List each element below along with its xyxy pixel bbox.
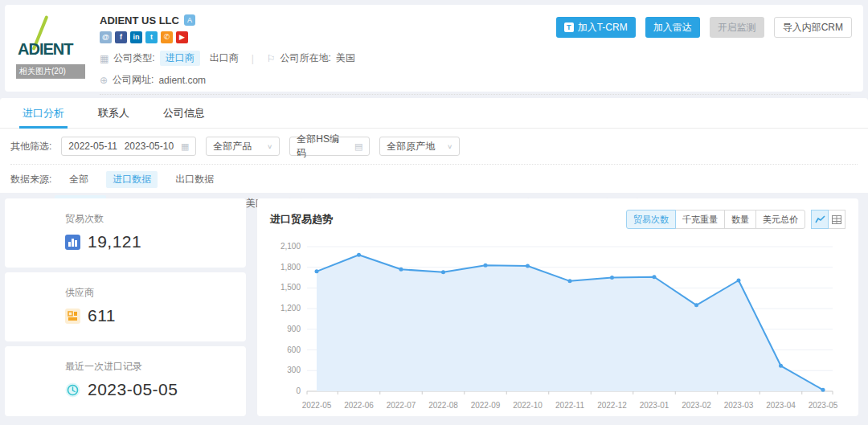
line-chart-icon bbox=[815, 215, 825, 224]
line-chart-view-button[interactable] bbox=[811, 210, 829, 229]
header-divider bbox=[100, 94, 850, 95]
start-monitoring-button[interactable]: 开启监测 bbox=[710, 17, 764, 38]
facebook-icon[interactable]: f bbox=[115, 31, 127, 43]
svg-text:1,800: 1,800 bbox=[280, 263, 301, 272]
header-actions: T 加入T-CRM 加入雷达 开启监测 导入内部CRM bbox=[556, 17, 852, 38]
last-import-value: 2023-05-05 bbox=[88, 380, 178, 399]
company-logo: ADIENT 相关图片(20) bbox=[16, 13, 85, 79]
import-crm-button[interactable]: 导入内部CRM bbox=[774, 17, 852, 38]
svg-text:2023-04: 2023-04 bbox=[766, 401, 796, 410]
date-range-picker[interactable]: 2022-05-11 2023-05-10 ▦ bbox=[61, 137, 196, 156]
supplier-card: 供应商 611 bbox=[5, 272, 246, 341]
company-type-icon: ▦ bbox=[100, 53, 108, 64]
website-icon: ⊕ bbox=[100, 75, 108, 86]
twitter-icon[interactable]: t bbox=[145, 31, 158, 43]
phone-icon[interactable]: ✆ bbox=[161, 31, 173, 43]
company-header-card: ADIENT 相关图片(20) ADIENT US LLC A @ f in t… bbox=[5, 5, 863, 92]
list-icon: ▤ bbox=[354, 141, 362, 152]
svg-text:2023-03: 2023-03 bbox=[724, 401, 754, 410]
svg-text:1,500: 1,500 bbox=[280, 283, 301, 292]
chevron-down-icon: ∨ bbox=[267, 143, 272, 150]
date-start: 2022-05-11 bbox=[68, 141, 117, 152]
analysis-panel: 进口分析 联系人 公司信息 其他筛选: 2022-05-11 2023-05-1… bbox=[0, 98, 868, 193]
svg-text:2022-12: 2022-12 bbox=[597, 401, 627, 410]
trade-count-card: 贸易次数 19,121 bbox=[5, 198, 246, 268]
filter-label: 其他筛选: bbox=[10, 140, 51, 153]
svg-text:600: 600 bbox=[287, 345, 301, 354]
metric-button-group: 贸易次数 千克重量 数量 美元总价 bbox=[626, 210, 805, 229]
importer-badge: 进口商 bbox=[160, 51, 200, 66]
table-view-button[interactable] bbox=[828, 210, 845, 229]
metric-usd-total[interactable]: 美元总价 bbox=[755, 210, 805, 229]
translate-icon[interactable]: A bbox=[184, 14, 195, 26]
svg-text:2022-05: 2022-05 bbox=[302, 401, 332, 410]
svg-text:2022-06: 2022-06 bbox=[344, 401, 374, 410]
website-label: 公司网址: bbox=[113, 73, 154, 87]
svg-text:2022-08: 2022-08 bbox=[428, 401, 458, 410]
calendar-icon: ▦ bbox=[181, 141, 189, 152]
svg-text:900: 900 bbox=[287, 325, 301, 333]
source-all[interactable]: 全部 bbox=[69, 173, 88, 186]
data-source-row: 数据来源: 全部 进口数据 出口数据 bbox=[0, 171, 868, 188]
metric-trade-count[interactable]: 贸易次数 bbox=[626, 210, 676, 229]
svg-text:2022-07: 2022-07 bbox=[387, 401, 416, 410]
origin-select[interactable]: 全部原产地 ∨ bbox=[379, 137, 460, 156]
date-end: 2023-05-10 bbox=[125, 141, 174, 152]
tab-company-info[interactable]: 公司信息 bbox=[163, 98, 205, 129]
supplier-label: 供应商 bbox=[65, 286, 246, 300]
tab-contacts[interactable]: 联系人 bbox=[98, 98, 129, 129]
trend-chart-card: 进口贸易趋势 贸易次数 千克重量 数量 美元总价 bbox=[257, 198, 858, 416]
data-source-label: 数据来源: bbox=[10, 173, 51, 186]
trade-count-value: 19,121 bbox=[88, 232, 141, 251]
youtube-icon[interactable]: ▶ bbox=[176, 31, 188, 43]
last-import-label: 最近一次进口记录 bbox=[65, 360, 246, 374]
location-icon: ⚐ bbox=[267, 53, 276, 64]
metric-quantity[interactable]: 数量 bbox=[724, 210, 756, 229]
company-type-label: 公司类型: bbox=[113, 51, 154, 65]
hs-code-select[interactable]: 全部HS编码 ▤ bbox=[289, 137, 370, 156]
svg-text:0: 0 bbox=[296, 386, 301, 395]
table-icon bbox=[832, 215, 841, 224]
product-select[interactable]: 全部产品 ∨ bbox=[206, 137, 280, 156]
exporter-label: 出口商 bbox=[210, 51, 239, 65]
logo-wordmark: ADIENT bbox=[18, 40, 72, 59]
svg-text:300: 300 bbox=[287, 366, 301, 374]
filter-divider bbox=[10, 164, 858, 165]
source-import-data[interactable]: 进口数据 bbox=[106, 171, 158, 188]
svg-text:2022-10: 2022-10 bbox=[513, 401, 542, 410]
chevron-down-icon: ∨ bbox=[447, 143, 452, 150]
tab-import-analysis[interactable]: 进口分析 bbox=[23, 98, 64, 129]
bar-chart-icon bbox=[65, 235, 80, 250]
view-toggle-group bbox=[812, 210, 845, 229]
add-radar-button[interactable]: 加入雷达 bbox=[645, 17, 700, 38]
location-value: 美国 bbox=[336, 51, 355, 65]
company-name: ADIENT US LLC bbox=[100, 14, 179, 27]
chart-controls: 贸易次数 千克重量 数量 美元总价 bbox=[626, 210, 845, 229]
svg-text:2023-05: 2023-05 bbox=[809, 401, 838, 410]
svg-text:2023-02: 2023-02 bbox=[682, 401, 711, 410]
supplier-value: 611 bbox=[88, 306, 116, 325]
location-label: 公司所在地: bbox=[280, 51, 331, 65]
svg-text:2022-09: 2022-09 bbox=[471, 401, 501, 410]
tcrm-icon: T bbox=[564, 22, 574, 32]
metric-weight-kg[interactable]: 千克重量 bbox=[675, 210, 725, 229]
clock-icon bbox=[65, 382, 80, 398]
svg-text:2,100: 2,100 bbox=[280, 242, 301, 251]
svg-text:2023-01: 2023-01 bbox=[640, 401, 669, 410]
last-import-card: 最近一次进口记录 2023-05-05 bbox=[5, 346, 246, 416]
divider: | bbox=[252, 53, 254, 64]
add-tcrm-button[interactable]: T 加入T-CRM bbox=[556, 17, 636, 38]
trend-chart: 03006009001,2001,5001,8002,1002022-05202… bbox=[270, 235, 845, 414]
filter-row: 其他筛选: 2022-05-11 2023-05-10 ▦ 全部产品 ∨ 全部H… bbox=[0, 137, 868, 156]
tab-bar: 进口分析 联系人 公司信息 bbox=[0, 98, 868, 129]
website-value[interactable]: adient.com bbox=[158, 75, 206, 86]
related-images-overlay[interactable]: 相关图片(20) bbox=[16, 64, 85, 79]
svg-text:1,200: 1,200 bbox=[280, 304, 301, 313]
svg-text:2022-11: 2022-11 bbox=[555, 401, 584, 410]
trade-count-label: 贸易次数 bbox=[65, 212, 246, 226]
blog-icon[interactable]: @ bbox=[100, 31, 112, 43]
supplier-icon bbox=[65, 309, 80, 324]
chart-title: 进口贸易趋势 bbox=[270, 212, 333, 227]
linkedin-icon[interactable]: in bbox=[130, 31, 142, 43]
source-export-data[interactable]: 出口数据 bbox=[175, 173, 214, 186]
